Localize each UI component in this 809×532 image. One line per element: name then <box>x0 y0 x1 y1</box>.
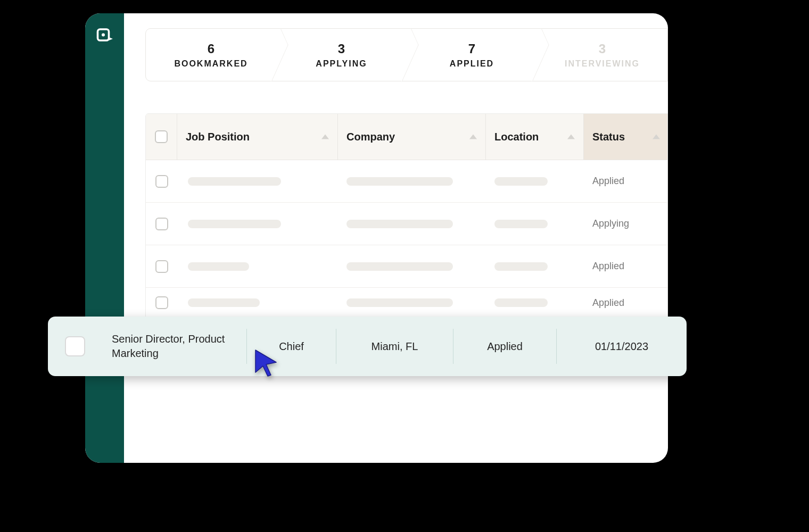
cell-status: Applied <box>584 160 668 202</box>
cell-status: Applied <box>584 245 668 287</box>
svg-point-1 <box>102 34 105 37</box>
cell-job-position <box>177 160 338 202</box>
table-row-highlighted[interactable]: Senior Director, Product Marketing Chief… <box>48 317 687 376</box>
pipeline-tab-interviewing[interactable]: 3 INTERVIEWING <box>537 29 667 81</box>
pipeline-label: APPLYING <box>316 59 367 69</box>
cell-company <box>338 160 486 202</box>
placeholder-bar-icon <box>346 220 453 228</box>
sort-asc-icon <box>469 135 477 139</box>
header-location[interactable]: Location <box>486 114 584 160</box>
status-label: Applied <box>592 176 624 187</box>
table-row[interactable]: Applied <box>146 245 667 288</box>
sort-asc-icon <box>321 135 329 139</box>
placeholder-bar-icon <box>188 177 281 186</box>
header-label: Company <box>346 131 395 143</box>
cursor-pointer-icon <box>253 348 279 379</box>
placeholder-bar-icon <box>346 177 453 186</box>
pipeline-tab-bookmarked[interactable]: 6 BOOKMARKED <box>146 29 276 81</box>
status-label: Applied <box>592 261 624 272</box>
brand-logo-icon <box>95 26 114 47</box>
checkbox-icon <box>155 218 168 230</box>
pipeline-count: 3 <box>599 41 606 56</box>
header-company[interactable]: Company <box>338 114 486 160</box>
cell-status: Applied <box>453 329 557 364</box>
checkbox-icon <box>155 175 168 188</box>
sort-asc-icon <box>567 135 575 139</box>
placeholder-bar-icon <box>188 262 249 271</box>
header-label: Status <box>592 131 625 143</box>
placeholder-bar-icon <box>346 298 453 307</box>
placeholder-bar-icon <box>494 262 548 271</box>
checkbox-icon <box>155 260 168 273</box>
pipeline-tab-applying[interactable]: 3 APPLYING <box>276 29 407 81</box>
sidebar <box>85 13 124 463</box>
pipeline-count: 6 <box>208 41 214 56</box>
cell-location: Miami, FL <box>336 329 453 364</box>
table-header-row: Job Position Company Location Status <box>146 114 667 160</box>
header-status[interactable]: Status <box>584 114 668 160</box>
table-row[interactable]: Applied <box>146 160 667 203</box>
checkbox-icon <box>155 296 168 309</box>
checkbox-icon <box>155 130 168 143</box>
placeholder-bar-icon <box>346 262 453 271</box>
placeholder-bar-icon <box>494 298 548 307</box>
cell-location <box>486 160 584 202</box>
placeholder-bar-icon <box>494 177 548 186</box>
header-label: Location <box>494 131 539 143</box>
pipeline-tabs: 6 BOOKMARKED 3 APPLYING 7 APPLIED 3 INTE… <box>145 28 668 81</box>
header-label: Job Position <box>186 131 250 143</box>
status-label: Applying <box>592 218 629 229</box>
pipeline-label: APPLIED <box>450 59 494 69</box>
status-label: Applied <box>592 297 624 309</box>
placeholder-bar-icon <box>188 298 260 307</box>
pipeline-label: INTERVIEWING <box>565 59 640 69</box>
cell-company <box>338 203 486 245</box>
placeholder-bar-icon <box>494 220 548 228</box>
app-window: 6 BOOKMARKED 3 APPLYING 7 APPLIED 3 INTE… <box>85 13 668 463</box>
cell-location <box>486 203 584 245</box>
placeholder-bar-icon <box>188 220 281 228</box>
header-job-position[interactable]: Job Position <box>177 114 338 160</box>
sort-asc-icon <box>653 135 660 139</box>
main-area: 6 BOOKMARKED 3 APPLYING 7 APPLIED 3 INTE… <box>124 13 668 463</box>
cell-date: 01/11/2023 <box>557 329 687 364</box>
pipeline-count: 3 <box>338 41 345 56</box>
pipeline-label: BOOKMARKED <box>174 59 247 69</box>
row-checkbox[interactable] <box>65 336 85 356</box>
cell-job-position: Senior Director, Product Marketing <box>101 329 247 364</box>
cell-status: Applying <box>584 203 668 245</box>
pipeline-tab-applied[interactable]: 7 APPLIED <box>407 29 537 81</box>
table-row[interactable]: Applying <box>146 203 667 245</box>
pipeline-count: 7 <box>468 41 475 56</box>
row-checkbox-cell[interactable] <box>146 203 177 245</box>
row-checkbox-cell[interactable] <box>146 245 177 287</box>
cell-job-position <box>177 245 338 287</box>
cell-job-position <box>177 203 338 245</box>
cell-company <box>338 245 486 287</box>
header-select-all[interactable] <box>146 114 177 160</box>
cell-location <box>486 245 584 287</box>
row-checkbox-cell[interactable] <box>146 160 177 202</box>
